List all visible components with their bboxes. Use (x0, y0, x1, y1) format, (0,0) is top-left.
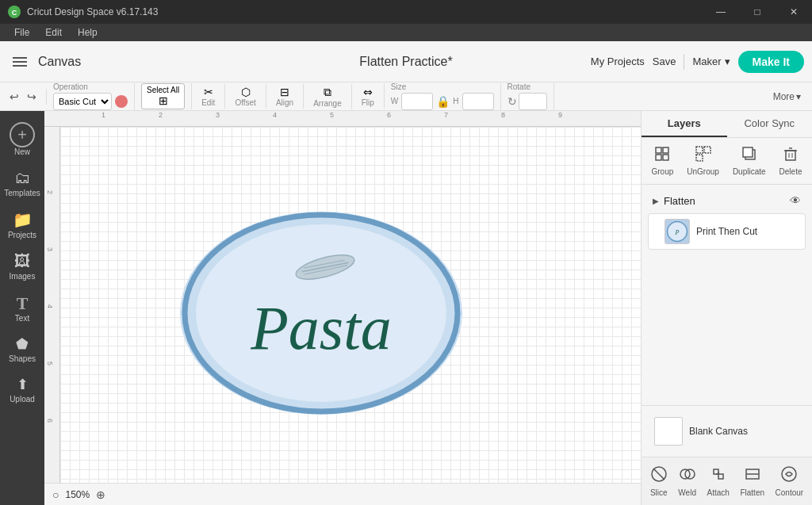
slice-button[interactable]: Slice (645, 462, 672, 500)
sidebar-templates-label: Templates (4, 189, 40, 197)
sidebar-new-label: New (14, 147, 30, 156)
panel-tabs: Layers Color Sync (642, 111, 812, 138)
redo-button[interactable]: ↪ (24, 89, 40, 105)
h-label: H (453, 97, 458, 105)
flatten-button[interactable]: Flatten (735, 462, 769, 500)
width-input[interactable] (401, 93, 433, 110)
maker-selector[interactable]: Maker ▾ (692, 55, 730, 67)
sidebar-item-shapes[interactable]: ⬟ Shapes (4, 331, 40, 368)
pasta-design[interactable]: Pasta (170, 190, 472, 420)
sidebar-item-projects[interactable]: 📁 Projects (4, 205, 40, 244)
make-it-button[interactable]: Make It (738, 51, 804, 73)
align-button[interactable]: ⊟ Align (273, 84, 297, 109)
toolbar2: ↩ ↪ Operation Basic Cut Select All ⊞ ✂ E… (0, 82, 812, 111)
svg-rect-10 (656, 147, 661, 153)
contour-button[interactable]: Contour (771, 462, 809, 500)
offset-button[interactable]: ⬡ Offset (232, 84, 259, 109)
attach-label: Attach (707, 488, 730, 497)
group-chevron-icon: ▶ (653, 197, 659, 205)
size-label: Size (391, 83, 406, 91)
sidebar-item-upload[interactable]: ⬆ Upload (4, 371, 40, 408)
menu-edit[interactable]: Edit (37, 24, 70, 41)
left-sidebar: + New 🗂 Templates 📁 Projects 🖼 Images T … (0, 111, 44, 505)
blank-canvas-section: Blank Canvas (642, 405, 812, 457)
select-all-button[interactable]: Select All ⊞ (141, 83, 185, 109)
ruler-left-5: 5 (46, 362, 54, 365)
canvas-area[interactable]: 1 2 3 4 5 6 7 8 9 2 3 4 5 6 (44, 111, 641, 505)
sidebar-item-images[interactable]: 🖼 Images (4, 247, 40, 285)
tab-layers[interactable]: Layers (642, 111, 727, 137)
svg-line-29 (653, 469, 665, 480)
panel-actions: Group UnGroup Duplicate Delete (642, 138, 812, 185)
edit-button[interactable]: ✂ Edit (198, 84, 218, 109)
bottom-bar: ○ 150% ⊕ (44, 483, 641, 505)
zoom-out-button[interactable]: ○ (52, 488, 59, 501)
project-title: Flatten Practice* (359, 55, 452, 69)
ungroup-button[interactable]: UnGroup (680, 143, 726, 179)
rotate-input[interactable] (519, 93, 547, 110)
sidebar-item-text[interactable]: T Text (4, 289, 40, 327)
sidebar-item-new[interactable]: + New (4, 117, 40, 161)
operation-label: Operation (53, 83, 88, 91)
edit-label: Edit (201, 98, 215, 107)
layer-thumbnail: P (665, 219, 690, 244)
canvas-content[interactable]: Pasta (60, 127, 641, 483)
flip-button[interactable]: ⇔ Flip (358, 84, 377, 109)
tab-color-sync[interactable]: Color Sync (727, 111, 813, 137)
svg-rect-15 (704, 147, 710, 153)
svg-point-38 (782, 467, 796, 481)
panel-bottom-tools: Slice Weld Attach Flatten (642, 457, 812, 505)
titlebar: C Cricut Design Space v6.17.143 — □ ✕ (0, 0, 812, 24)
app-title: Cricut Design Space v6.17.143 (27, 6, 158, 17)
attach-button[interactable]: Attach (703, 462, 734, 500)
svg-text:Pasta: Pasta (251, 293, 393, 362)
ruler-num-4: 4 (273, 111, 277, 119)
undo-button[interactable]: ↩ (6, 89, 22, 105)
flip-label: Flip (362, 98, 374, 107)
my-projects-link[interactable]: My Projects (591, 55, 645, 67)
templates-icon: 🗂 (14, 169, 30, 187)
delete-button[interactable]: Delete (773, 143, 809, 179)
minimize-button[interactable]: — (703, 0, 739, 24)
zoom-in-button[interactable]: ⊕ (96, 488, 105, 501)
images-icon: 🖼 (14, 252, 30, 270)
hamburger-menu[interactable] (8, 50, 32, 74)
main-layout: + New 🗂 Templates 📁 Projects 🖼 Images T … (0, 111, 812, 505)
ruler-left-6: 6 (46, 419, 54, 423)
weld-button[interactable]: Weld (673, 462, 701, 500)
menu-file[interactable]: File (6, 24, 37, 41)
w-label: W (391, 97, 398, 105)
group-label: Group (652, 167, 674, 176)
shapes-icon: ⬟ (16, 335, 29, 353)
ruler-left-3: 3 (46, 247, 54, 251)
offset-label: Offset (235, 98, 256, 107)
operation-color[interactable] (115, 95, 128, 108)
layers-content[interactable]: ▶ Flatten 👁 P Print Then Cut (642, 185, 812, 405)
ungroup-label: UnGroup (687, 167, 719, 176)
blank-canvas-item[interactable]: Blank Canvas (648, 412, 806, 450)
visibility-toggle[interactable]: 👁 (790, 194, 801, 207)
sidebar-projects-label: Projects (8, 231, 36, 239)
more-button[interactable]: More ▾ (768, 90, 806, 104)
height-input[interactable] (462, 93, 494, 110)
ruler-left-4: 4 (46, 304, 54, 308)
maximize-button[interactable]: □ (739, 0, 776, 24)
group-button[interactable]: Group (645, 143, 680, 179)
delete-icon (783, 146, 799, 166)
menu-help[interactable]: Help (70, 24, 105, 41)
duplicate-button[interactable]: Duplicate (726, 143, 772, 179)
layer-group-header[interactable]: ▶ Flatten 👁 (648, 191, 806, 210)
layer-item[interactable]: P Print Then Cut (648, 213, 806, 250)
lock-icon[interactable]: 🔒 (436, 95, 450, 108)
attach-icon (710, 465, 727, 487)
operation-select[interactable]: Basic Cut (53, 93, 112, 110)
select-all-icon: ⊞ (159, 94, 168, 107)
save-button[interactable]: Save (653, 55, 676, 67)
slice-icon (650, 465, 668, 487)
flatten-label: Flatten (740, 488, 764, 497)
sidebar-item-templates[interactable]: 🗂 Templates (4, 164, 40, 202)
arrange-button[interactable]: ⧉ Arrange (310, 84, 345, 109)
close-button[interactable]: ✕ (776, 0, 812, 24)
menubar: File Edit Help (0, 24, 812, 41)
rotate-label: Rotate (508, 83, 530, 91)
